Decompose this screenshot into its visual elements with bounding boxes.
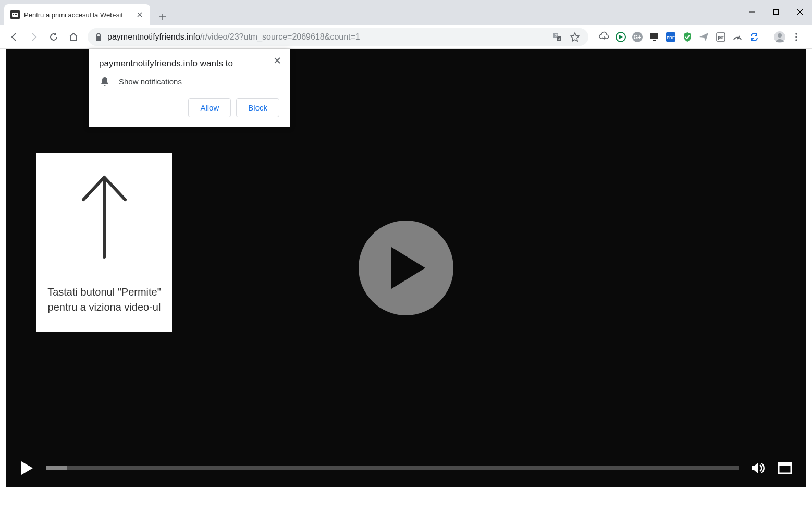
back-button[interactable] <box>5 28 23 46</box>
svg-text:G+: G+ <box>634 34 642 40</box>
bookmark-star-icon[interactable] <box>569 31 581 43</box>
home-button[interactable] <box>65 28 82 46</box>
svg-point-21 <box>795 33 797 35</box>
window-controls <box>740 0 812 23</box>
close-window-button[interactable] <box>788 0 812 23</box>
extension-gauge-icon[interactable] <box>731 31 744 43</box>
hint-card: Tastati butonul "Permite" pentru a vizio… <box>36 153 172 332</box>
extensions-area: G+ PDF pdf <box>598 31 803 43</box>
svg-rect-3 <box>16 14 17 15</box>
extension-cloud-icon[interactable] <box>598 31 610 43</box>
svg-rect-2 <box>15 14 16 15</box>
video-fullscreen-button[interactable] <box>777 460 793 476</box>
tab-favicon-icon <box>10 10 20 19</box>
notification-close-button[interactable] <box>271 54 284 67</box>
minimize-button[interactable] <box>740 0 764 23</box>
svg-rect-5 <box>96 36 101 41</box>
video-volume-button[interactable] <box>749 460 766 476</box>
new-tab-button[interactable] <box>154 8 171 25</box>
extension-gplus-icon[interactable]: G+ <box>631 31 644 43</box>
extension-sync-icon[interactable] <box>748 31 760 43</box>
chrome-menu-button[interactable] <box>790 31 803 43</box>
url-domain: paymentnotifyfriends.info <box>107 32 200 41</box>
svg-rect-14 <box>653 40 656 41</box>
lock-icon <box>95 33 102 41</box>
maximize-button[interactable] <box>764 0 788 23</box>
allow-button[interactable]: Allow <box>188 98 231 117</box>
svg-point-20 <box>778 33 782 38</box>
tab-bar: Pentru a primi accesul la Web-sit <box>0 0 812 25</box>
translate-icon[interactable]: 文A <box>551 31 563 43</box>
hint-text: Tastati butonul "Permite" pentru a vizio… <box>47 285 162 315</box>
video-progress-bar[interactable] <box>46 466 739 470</box>
video-progress-fill <box>46 466 67 470</box>
arrow-up-icon <box>76 171 133 260</box>
block-button[interactable]: Block <box>236 98 279 117</box>
extension-shield-icon[interactable] <box>681 31 694 43</box>
address-bar[interactable]: paymentnotifyfriends.info/r/video/23?utm… <box>88 28 588 46</box>
extension-pdftool-icon[interactable]: pdf <box>715 31 727 43</box>
reload-button[interactable] <box>45 28 63 46</box>
tab-title: Pentru a primi accesul la Web-sit <box>24 11 132 19</box>
notification-row: Show notifications <box>100 76 279 87</box>
extension-monitor-icon[interactable] <box>648 31 660 43</box>
tab-close-button[interactable] <box>136 10 144 19</box>
extension-play-icon[interactable] <box>614 31 627 43</box>
video-play-button[interactable] <box>19 460 35 476</box>
extension-pdf-icon[interactable]: PDF <box>665 31 677 43</box>
url-text: paymentnotifyfriends.info/r/video/23?utm… <box>107 32 546 42</box>
video-play-overlay-button[interactable] <box>359 221 453 315</box>
svg-rect-4 <box>774 9 779 14</box>
notification-permission-popup: paymentnotifyfriends.info wants to Show … <box>89 49 290 127</box>
notification-description: Show notifications <box>119 77 182 86</box>
profile-avatar-icon[interactable] <box>773 31 786 43</box>
forward-button[interactable] <box>25 28 43 46</box>
svg-text:PDF: PDF <box>667 35 675 40</box>
svg-point-23 <box>795 39 797 41</box>
svg-text:文: 文 <box>555 33 558 37</box>
svg-text:pdf: pdf <box>718 35 724 40</box>
svg-rect-25 <box>779 463 791 466</box>
tab[interactable]: Pentru a primi accesul la Web-sit <box>4 4 150 25</box>
svg-text:A: A <box>558 38 560 41</box>
svg-rect-1 <box>13 14 14 15</box>
notification-title: paymentnotifyfriends.info wants to <box>99 58 279 69</box>
notification-actions: Allow Block <box>99 98 279 117</box>
video-controls <box>6 449 806 487</box>
extension-separator <box>767 32 767 42</box>
svg-rect-13 <box>650 33 658 39</box>
bell-icon <box>100 76 109 87</box>
svg-point-22 <box>795 36 797 38</box>
url-path: /r/video/23?utm_source=2069618&count=1 <box>200 32 360 41</box>
extension-send-icon[interactable] <box>698 31 710 43</box>
toolbar: paymentnotifyfriends.info/r/video/23?utm… <box>0 25 812 49</box>
